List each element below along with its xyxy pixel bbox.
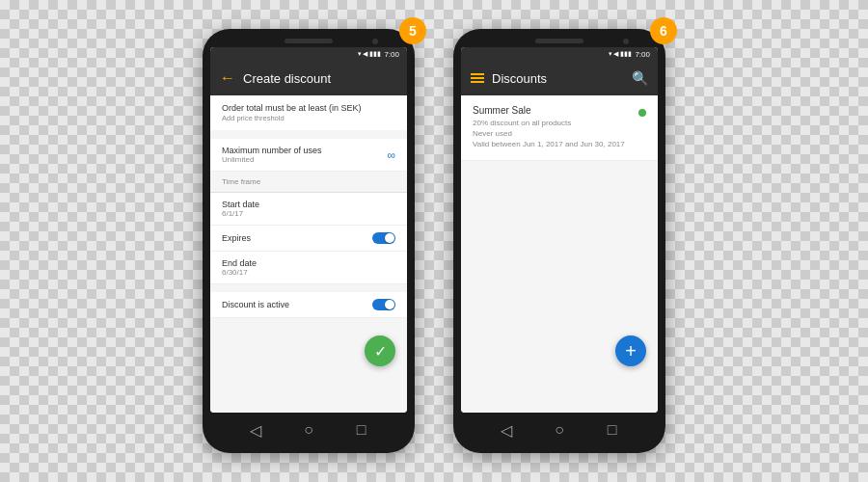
max-uses-value: Unlimited	[222, 155, 322, 164]
start-date-label: Start date	[222, 200, 259, 209]
end-date-row[interactable]: End date 6/30/17	[210, 252, 407, 284]
status-bar-1: ▾ ◀ ▮▮▮ 7:00	[210, 47, 407, 61]
fab-save[interactable]: ✓	[365, 335, 395, 366]
infinity-icon: ∞	[387, 148, 395, 162]
nav-bar-2: ◁ ○ □	[461, 416, 658, 443]
phone-top-1	[210, 39, 407, 43]
phone-1: ▾ ◀ ▮▮▮ 7:00 ← Create discount Order tot…	[203, 29, 415, 453]
camera-1	[372, 39, 378, 44]
end-date-value: 6/30/17	[222, 268, 257, 277]
discount-active-row[interactable]: Discount is active	[210, 292, 407, 318]
speaker-1	[285, 39, 333, 43]
signal-icons-2: ▾ ◀ ▮▮▮	[609, 50, 633, 58]
discount-list-item[interactable]: Summer Sale 20% discount on all products…	[461, 95, 658, 161]
order-total-sublabel: Add price threshold	[222, 114, 395, 122]
max-uses-label: Maximum number of uses	[222, 146, 322, 155]
nav-recents-btn-2[interactable]: □	[605, 422, 620, 438]
discount-info: Summer Sale 20% discount on all products…	[473, 105, 638, 150]
step-badge-1: 5	[399, 17, 426, 44]
nav-bar-1: ◁ ○ □	[210, 416, 407, 443]
hamburger-icon[interactable]	[471, 73, 484, 83]
discount-description: 20% discount on all products	[473, 118, 638, 128]
status-bar-2: ▾ ◀ ▮▮▮ 7:00	[461, 47, 658, 61]
nav-back-btn-1[interactable]: ◁	[248, 422, 263, 438]
time-frame-header: Time frame	[210, 172, 407, 193]
max-uses-row[interactable]: Maximum number of uses Unlimited ∞	[210, 139, 407, 172]
phone-1-wrapper: 5 ▾ ◀ ▮▮▮ 7:00 ← Create discount Order t…	[203, 29, 415, 453]
discount-validity: Valid between Jun 1, 2017 and Jun 30, 20…	[473, 139, 638, 149]
app-bar-title-2: Discounts	[492, 71, 624, 86]
phone-2-wrapper: 6 ▾ ◀ ▮▮▮ 7:00 Discounts 🔍	[453, 29, 665, 453]
discount-active-label: Discount is active	[222, 300, 289, 309]
nav-home-btn-2[interactable]: ○	[552, 422, 567, 438]
order-total-label: Order total must be at least (in SEK)	[222, 103, 395, 113]
phone-2: ▾ ◀ ▮▮▮ 7:00 Discounts 🔍 Summer Sale	[453, 29, 665, 453]
camera-2	[623, 39, 629, 44]
step-badge-2: 6	[650, 17, 677, 44]
expires-label: Expires	[222, 233, 251, 243]
screen-2: ▾ ◀ ▮▮▮ 7:00 Discounts 🔍 Summer Sale	[461, 47, 658, 413]
nav-recents-btn-1[interactable]: □	[354, 422, 369, 438]
speaker-2	[535, 39, 583, 43]
signal-icons-1: ▾ ◀ ▮▮▮	[358, 50, 382, 58]
discount-active-toggle[interactable]	[372, 299, 395, 310]
app-bar-2: Discounts 🔍	[461, 61, 658, 95]
expires-toggle[interactable]	[372, 232, 395, 244]
active-indicator	[638, 109, 646, 117]
expires-row[interactable]: Expires	[210, 226, 407, 252]
end-date-label: End date	[222, 258, 257, 268]
time-2: 7:00	[635, 50, 650, 59]
app-bar-1: ← Create discount	[210, 61, 407, 95]
divider-1	[210, 131, 407, 139]
discount-status: Never used	[473, 128, 638, 139]
nav-back-btn-2[interactable]: ◁	[499, 422, 514, 438]
screen-1: ▾ ◀ ▮▮▮ 7:00 ← Create discount Order tot…	[210, 47, 407, 413]
order-total-section: Order total must be at least (in SEK) Ad…	[210, 95, 407, 130]
nav-home-btn-1[interactable]: ○	[301, 422, 316, 438]
app-bar-title-1: Create discount	[243, 71, 397, 86]
divider-2	[210, 284, 407, 292]
search-icon[interactable]: 🔍	[632, 70, 648, 86]
start-date-row[interactable]: Start date 6/1/17	[210, 193, 407, 226]
discount-name: Summer Sale	[473, 105, 638, 116]
back-arrow-icon[interactable]: ←	[220, 69, 235, 87]
fab-add[interactable]: +	[615, 335, 646, 366]
phone-top-2	[461, 39, 658, 43]
time-1: 7:00	[384, 50, 399, 59]
start-date-value: 6/1/17	[222, 209, 259, 218]
